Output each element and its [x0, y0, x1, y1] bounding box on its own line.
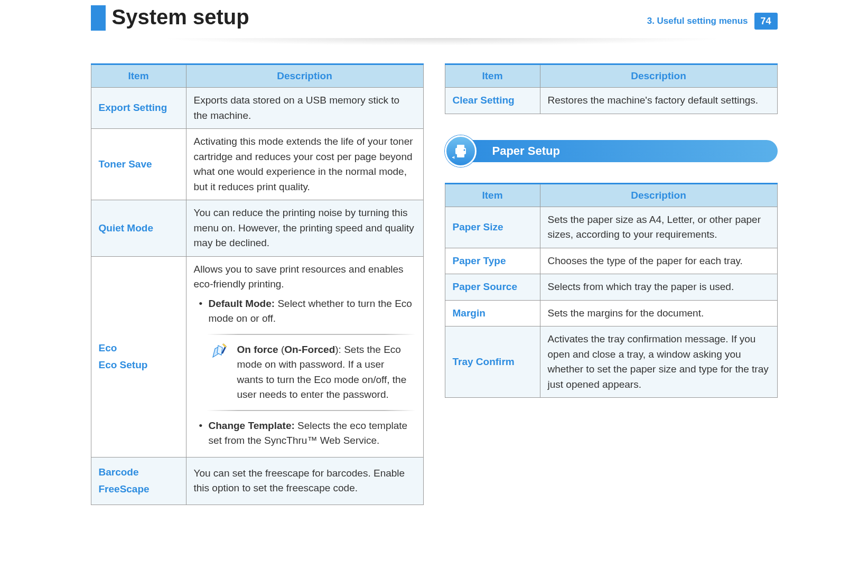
item-label: Toner Save: [91, 129, 186, 200]
header-accent-bar: [91, 5, 106, 31]
table-row: Quiet Mode You can reduce the printing n…: [91, 200, 423, 257]
note-bold-2: On-Forced: [284, 344, 335, 355]
right-column: Item Description Clear Setting Restores …: [445, 63, 778, 505]
page-title: System setup: [112, 5, 249, 29]
settings-table-left: Item Description Export Setting Exports …: [91, 63, 424, 505]
item-description-eco: Allows you to save print resources and e…: [186, 256, 423, 457]
printer-icon: [445, 135, 477, 167]
item-description: You can reduce the printing noise by tur…: [186, 200, 423, 257]
note-bold-1: On force: [237, 344, 278, 355]
svg-rect-1: [457, 145, 464, 149]
item-label-eco: Eco Eco Setup: [91, 256, 186, 457]
bullet-bold: Change Template:: [209, 420, 295, 431]
table-row: Paper Source Selects from which tray the…: [445, 274, 777, 301]
chapter-label: 3. Useful setting menus: [647, 16, 748, 26]
item-label-barcode: Barcode FreeScape: [91, 457, 186, 505]
page-number: 74: [754, 13, 778, 30]
col-header-description: Description: [540, 64, 777, 88]
item-description: Activates the tray confirmation message.…: [540, 326, 777, 398]
item-description: Chooses the type of the paper for each t…: [540, 248, 777, 274]
note-paren: (: [278, 344, 285, 355]
item-description: Selects from which tray the paper is use…: [540, 274, 777, 301]
page-header: System setup 3. Useful setting menus 74: [91, 5, 778, 42]
item-description: Restores the machine's factory default s…: [540, 88, 777, 114]
svg-rect-2: [457, 152, 464, 157]
table-row: Margin Sets the margins for the document…: [445, 300, 777, 326]
table-row: Clear Setting Restores the machine's fac…: [445, 88, 777, 114]
eco-bullet-change-template: Change Template: Selects the eco templat…: [199, 418, 416, 449]
col-header-description: Description: [540, 183, 777, 207]
header-shadow: [107, 38, 778, 49]
table-row: Eco Eco Setup Allows you to save print r…: [91, 256, 423, 457]
svg-point-3: [463, 149, 465, 151]
table-row: Tray Confirm Activates the tray confirma…: [445, 326, 777, 398]
note-text: On force (On-Forced): Sets the Eco mode …: [237, 342, 412, 403]
col-header-item: Item: [445, 64, 540, 88]
item-description: Sets the paper size as A4, Letter, or ot…: [540, 207, 777, 248]
eco-intro: Allows you to save print resources and e…: [194, 262, 416, 292]
item-description: Activating this mode extends the life of…: [186, 129, 423, 200]
bullet-bold: Default Mode:: [209, 298, 275, 309]
barcode-label-1: Barcode: [99, 465, 179, 480]
item-description: You can set the freescape for barcodes. …: [186, 457, 423, 505]
item-description: Exports data stored on a USB memory stic…: [186, 88, 423, 129]
item-label: Export Setting: [91, 88, 186, 129]
eco-bullet-default-mode: Default Mode: Select whether to turn the…: [199, 296, 416, 326]
eco-label-2: Eco Setup: [99, 358, 179, 373]
note-divider-bottom: [207, 410, 416, 411]
item-label: Quiet Mode: [91, 200, 186, 257]
table-row: Barcode FreeScape You can set the freesc…: [91, 457, 423, 505]
table-row: Toner Save Activating this mode extends …: [91, 129, 423, 200]
table-row: Export Setting Exports data stored on a …: [91, 88, 423, 129]
settings-table-right-2: Item Description Paper Size Sets the pap…: [445, 183, 778, 398]
item-description: Sets the margins for the document.: [540, 300, 777, 326]
item-label: Clear Setting: [445, 88, 540, 114]
col-header-item: Item: [91, 64, 186, 88]
item-label: Tray Confirm: [445, 326, 540, 398]
table-row: Paper Size Sets the paper size as A4, Le…: [445, 207, 777, 248]
note-icon: [211, 343, 230, 365]
item-label: Margin: [445, 300, 540, 326]
note-box: On force (On-Forced): Sets the Eco mode …: [207, 334, 416, 411]
item-label: Paper Size: [445, 207, 540, 248]
col-header-description: Description: [186, 64, 423, 88]
barcode-label-2: FreeScape: [99, 482, 179, 497]
section-heading-paper-setup: Paper Setup: [445, 135, 778, 167]
table-row: Paper Type Chooses the type of the paper…: [445, 248, 777, 274]
item-label: Paper Source: [445, 274, 540, 301]
eco-label-1: Eco: [99, 341, 179, 356]
col-header-item: Item: [445, 183, 540, 207]
section-title: Paper Setup: [466, 140, 778, 162]
left-column: Item Description Export Setting Exports …: [91, 63, 424, 505]
item-label: Paper Type: [445, 248, 540, 274]
settings-table-right-1: Item Description Clear Setting Restores …: [445, 63, 778, 114]
